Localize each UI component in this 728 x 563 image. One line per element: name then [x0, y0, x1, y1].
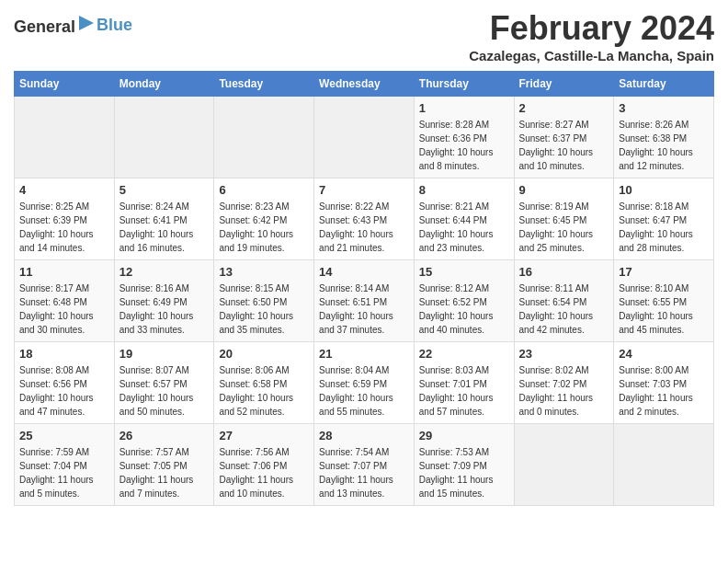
- week-row-2: 4Sunrise: 8:25 AM Sunset: 6:39 PM Daylig…: [15, 178, 714, 260]
- weekday-header-saturday: Saturday: [614, 72, 714, 97]
- day-number: 19: [119, 347, 210, 361]
- weekday-header-thursday: Thursday: [414, 72, 514, 97]
- day-info: Sunrise: 8:06 AM Sunset: 6:58 PM Dayligh…: [219, 363, 309, 419]
- weekday-header-sunday: Sunday: [15, 72, 115, 97]
- weekday-header-tuesday: Tuesday: [214, 72, 314, 97]
- title-area: February 2024 Cazalegas, Castille-La Man…: [469, 9, 714, 63]
- calendar-cell: 11Sunrise: 8:17 AM Sunset: 6:48 PM Dayli…: [15, 260, 115, 342]
- calendar-cell: 28Sunrise: 7:54 AM Sunset: 7:07 PM Dayli…: [314, 424, 415, 506]
- day-info: Sunrise: 8:22 AM Sunset: 6:43 PM Dayligh…: [319, 200, 409, 255]
- weekday-header-row: SundayMondayTuesdayWednesdayThursdayFrid…: [15, 72, 714, 97]
- page-subtitle: Cazalegas, Castille-La Mancha, Spain: [469, 48, 714, 63]
- weekday-header-monday: Monday: [114, 72, 214, 97]
- week-row-5: 25Sunrise: 7:59 AM Sunset: 7:04 PM Dayli…: [15, 424, 714, 506]
- day-info: Sunrise: 8:08 AM Sunset: 6:56 PM Dayligh…: [19, 363, 109, 419]
- calendar-cell: 27Sunrise: 7:56 AM Sunset: 7:06 PM Dayli…: [214, 424, 314, 506]
- day-info: Sunrise: 7:53 AM Sunset: 7:09 PM Dayligh…: [419, 445, 509, 500]
- day-info: Sunrise: 8:10 AM Sunset: 6:55 PM Dayligh…: [619, 282, 709, 337]
- day-number: 1: [419, 101, 509, 115]
- svg-marker-0: [79, 16, 94, 30]
- calendar-cell: 9Sunrise: 8:19 AM Sunset: 6:45 PM Daylig…: [514, 178, 614, 260]
- day-info: Sunrise: 8:26 AM Sunset: 6:38 PM Dayligh…: [619, 118, 709, 173]
- day-info: Sunrise: 8:03 AM Sunset: 7:01 PM Dayligh…: [419, 363, 509, 419]
- calendar-cell: 5Sunrise: 8:24 AM Sunset: 6:41 PM Daylig…: [114, 178, 214, 260]
- day-number: 9: [519, 183, 609, 197]
- calendar-cell: 22Sunrise: 8:03 AM Sunset: 7:01 PM Dayli…: [414, 342, 514, 424]
- calendar-header: SundayMondayTuesdayWednesdayThursdayFrid…: [15, 72, 714, 97]
- day-number: 6: [219, 183, 309, 197]
- day-number: 18: [19, 347, 109, 361]
- day-number: 21: [319, 347, 409, 361]
- calendar-cell: [214, 97, 314, 178]
- calendar-cell: 29Sunrise: 7:53 AM Sunset: 7:09 PM Dayli…: [414, 424, 514, 506]
- calendar-cell: 25Sunrise: 7:59 AM Sunset: 7:04 PM Dayli…: [15, 424, 115, 506]
- day-number: 23: [519, 347, 609, 361]
- week-row-3: 11Sunrise: 8:17 AM Sunset: 6:48 PM Dayli…: [15, 260, 714, 342]
- calendar-table: SundayMondayTuesdayWednesdayThursdayFrid…: [14, 71, 714, 506]
- logo-general-text: General: [14, 17, 75, 36]
- day-number: 27: [219, 429, 309, 442]
- day-info: Sunrise: 8:16 AM Sunset: 6:49 PM Dayligh…: [119, 282, 210, 337]
- week-row-4: 18Sunrise: 8:08 AM Sunset: 6:56 PM Dayli…: [15, 342, 714, 424]
- day-info: Sunrise: 7:57 AM Sunset: 7:05 PM Dayligh…: [119, 445, 210, 500]
- calendar-cell: 23Sunrise: 8:02 AM Sunset: 7:02 PM Dayli…: [514, 342, 614, 424]
- day-number: 29: [419, 429, 509, 442]
- calendar-cell: 19Sunrise: 8:07 AM Sunset: 6:57 PM Dayli…: [114, 342, 214, 424]
- day-number: 3: [619, 101, 709, 115]
- day-number: 2: [519, 101, 609, 115]
- calendar-cell: 4Sunrise: 8:25 AM Sunset: 6:39 PM Daylig…: [15, 178, 115, 260]
- day-number: 26: [119, 429, 210, 442]
- day-info: Sunrise: 8:02 AM Sunset: 7:02 PM Dayligh…: [519, 363, 609, 419]
- calendar-cell: [314, 97, 415, 178]
- day-info: Sunrise: 8:23 AM Sunset: 6:42 PM Dayligh…: [219, 200, 309, 255]
- day-number: 16: [519, 265, 609, 279]
- logo-flag-icon: [77, 14, 96, 32]
- logo: General Blue: [14, 14, 132, 37]
- day-info: Sunrise: 8:24 AM Sunset: 6:41 PM Dayligh…: [119, 200, 210, 255]
- calendar-cell: 8Sunrise: 8:21 AM Sunset: 6:44 PM Daylig…: [414, 178, 514, 260]
- weekday-header-wednesday: Wednesday: [314, 72, 415, 97]
- day-number: 8: [419, 183, 509, 197]
- day-number: 12: [119, 265, 210, 279]
- calendar-cell: 3Sunrise: 8:26 AM Sunset: 6:38 PM Daylig…: [614, 97, 714, 178]
- calendar-cell: 2Sunrise: 8:27 AM Sunset: 6:37 PM Daylig…: [514, 97, 614, 178]
- calendar-cell: 10Sunrise: 8:18 AM Sunset: 6:47 PM Dayli…: [614, 178, 714, 260]
- day-info: Sunrise: 8:17 AM Sunset: 6:48 PM Dayligh…: [19, 282, 109, 337]
- day-info: Sunrise: 8:11 AM Sunset: 6:54 PM Dayligh…: [519, 282, 609, 337]
- day-info: Sunrise: 8:15 AM Sunset: 6:50 PM Dayligh…: [219, 282, 309, 337]
- calendar-cell: 7Sunrise: 8:22 AM Sunset: 6:43 PM Daylig…: [314, 178, 415, 260]
- calendar-cell: 20Sunrise: 8:06 AM Sunset: 6:58 PM Dayli…: [214, 342, 314, 424]
- calendar-cell: [614, 424, 714, 506]
- day-info: Sunrise: 7:59 AM Sunset: 7:04 PM Dayligh…: [19, 445, 109, 500]
- day-number: 20: [219, 347, 309, 361]
- week-row-1: 1Sunrise: 8:28 AM Sunset: 6:36 PM Daylig…: [15, 97, 714, 178]
- day-info: Sunrise: 8:27 AM Sunset: 6:37 PM Dayligh…: [519, 118, 609, 173]
- day-info: Sunrise: 7:56 AM Sunset: 7:06 PM Dayligh…: [219, 445, 309, 500]
- day-info: Sunrise: 8:28 AM Sunset: 6:36 PM Dayligh…: [419, 118, 509, 173]
- calendar-cell: 6Sunrise: 8:23 AM Sunset: 6:42 PM Daylig…: [214, 178, 314, 260]
- day-info: Sunrise: 8:00 AM Sunset: 7:03 PM Dayligh…: [619, 363, 709, 419]
- day-number: 24: [619, 347, 709, 361]
- day-number: 5: [119, 183, 210, 197]
- day-number: 10: [619, 183, 709, 197]
- day-number: 22: [419, 347, 509, 361]
- day-info: Sunrise: 8:12 AM Sunset: 6:52 PM Dayligh…: [419, 282, 509, 337]
- day-number: 15: [419, 265, 509, 279]
- calendar-cell: 24Sunrise: 8:00 AM Sunset: 7:03 PM Dayli…: [614, 342, 714, 424]
- page-header: General Blue February 2024 Cazalegas, Ca…: [14, 9, 714, 63]
- page-title: February 2024: [469, 9, 714, 48]
- day-number: 4: [19, 183, 109, 197]
- calendar-cell: 18Sunrise: 8:08 AM Sunset: 6:56 PM Dayli…: [15, 342, 115, 424]
- day-info: Sunrise: 8:25 AM Sunset: 6:39 PM Dayligh…: [19, 200, 109, 255]
- calendar-cell: [15, 97, 115, 178]
- day-number: 28: [319, 429, 409, 442]
- day-info: Sunrise: 8:04 AM Sunset: 6:59 PM Dayligh…: [319, 363, 409, 419]
- day-number: 7: [319, 183, 409, 197]
- day-info: Sunrise: 8:14 AM Sunset: 6:51 PM Dayligh…: [319, 282, 409, 337]
- logo-blue-text: Blue: [97, 16, 132, 34]
- calendar-cell: 26Sunrise: 7:57 AM Sunset: 7:05 PM Dayli…: [114, 424, 214, 506]
- day-info: Sunrise: 8:07 AM Sunset: 6:57 PM Dayligh…: [119, 363, 210, 419]
- day-number: 14: [319, 265, 409, 279]
- calendar-cell: [514, 424, 614, 506]
- day-number: 11: [19, 265, 109, 279]
